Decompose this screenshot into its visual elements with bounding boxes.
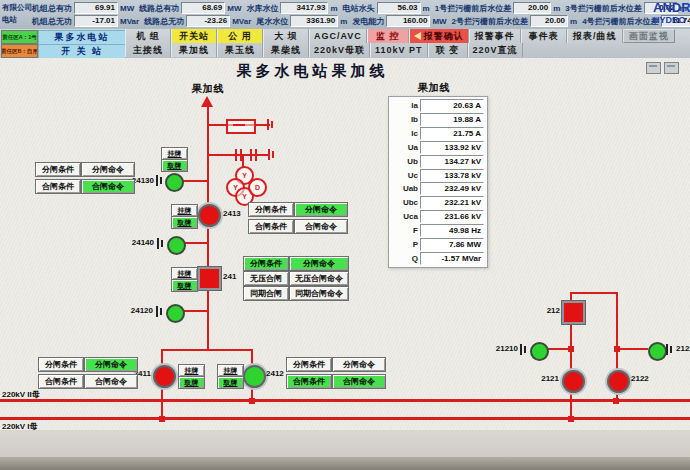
menu-item-main-wiring[interactable]: 主接线 — [125, 43, 171, 57]
panel-row: Ic21.75 A — [392, 127, 484, 141]
breaker-241[interactable] — [198, 267, 221, 290]
busbar-220kv-ii — [0, 399, 690, 402]
line-terminal-icon — [267, 119, 275, 130]
menu-item-alarm-events[interactable]: 报警事件 — [469, 29, 521, 43]
close-command-button[interactable]: 合闸命令 — [81, 179, 135, 194]
top-status-bar: 有限公司 电站 机组总有功69.91MW 线路总有功68.69MW 水库水位34… — [0, 0, 690, 30]
measurement-group: 2号拦污栅前后水位差20.00m — [452, 15, 578, 27]
andritz-logo: ANDRITZ HYDRO — [653, 1, 690, 28]
status-row-1: 机组总有功69.91MW 线路总有功68.69MW 水库水位3417.93m 电… — [32, 2, 687, 14]
scada-screen: 有限公司 电站 机组总有功69.91MW 线路总有功68.69MW 水库水位34… — [0, 0, 690, 470]
panel-value: 231.66 kV — [420, 210, 484, 223]
menu-item-agc-avc[interactable]: AGC/AVC — [309, 29, 367, 43]
device-label-2121: 2121 — [537, 374, 559, 384]
device-label-2412: 2412 — [266, 369, 284, 379]
panel-row: Ia20.63 A — [392, 99, 484, 113]
wire-main-feeder — [207, 107, 209, 350]
device-label-2413: 2413 — [223, 209, 241, 219]
close-command-button[interactable]: 合闸命令 — [294, 219, 348, 234]
menu-item-dam[interactable]: 大 坝 — [263, 29, 309, 43]
capacitor-icon — [255, 149, 257, 161]
bus2-label: 220kV II母 — [2, 389, 40, 400]
value-box: 20.00 — [530, 15, 568, 27]
sync-close-button[interactable]: 同期合闸命令 — [289, 286, 349, 301]
company-line1: 有限公司 — [2, 2, 32, 14]
menu-item-monitor[interactable]: 监 控 — [367, 29, 409, 43]
disconnector-2122[interactable] — [607, 370, 630, 393]
close-condition-label: 合闸条件 — [38, 374, 84, 389]
close-condition-label: 合闸条件 — [35, 179, 81, 194]
open-command-button[interactable]: 分闸命令 — [84, 357, 138, 372]
panel-row: Uab232.49 kV — [392, 182, 484, 196]
device-label-241: 241 — [223, 272, 236, 282]
open-command-button[interactable]: 分闸命令 — [332, 357, 386, 372]
measurement-group: 水库水位3417.93m — [246, 2, 337, 14]
panel-value: 49.98 Hz — [420, 224, 484, 237]
untag-button[interactable]: 取牌 — [171, 216, 198, 229]
disconnector-2121[interactable] — [562, 370, 585, 393]
close-command-button[interactable]: 合闸命令 — [332, 374, 386, 389]
disconnector-24130[interactable] — [165, 173, 184, 192]
value-box: 160.00 — [386, 15, 430, 27]
menu-item-guoyu-line[interactable]: 果玉线 — [217, 43, 263, 57]
measurement-group: 线路总有功68.69MW — [139, 2, 241, 14]
open-command-button[interactable]: 分闸命令 — [289, 256, 349, 271]
novolt-close-label: 无压合闸 — [243, 271, 289, 286]
tab-switchyard[interactable]: 开 关 站 — [38, 44, 126, 59]
taskbar-icon[interactable] — [646, 62, 661, 74]
panel-row: Uca231.66 kV — [392, 210, 484, 224]
panel-value: 21.75 A — [420, 127, 484, 140]
menu-item-common[interactable]: 公 用 — [217, 29, 263, 43]
close-command-button[interactable]: 合闸命令 — [84, 374, 138, 389]
menu-item-switchyard[interactable]: 开关站 — [171, 29, 217, 43]
open-command-button[interactable]: 分闸命令 — [294, 202, 348, 217]
untag-button[interactable]: 取牌 — [217, 376, 244, 389]
open-command-button[interactable]: 分闸命令 — [81, 162, 135, 177]
disconnector-21210[interactable] — [530, 342, 549, 361]
disconnector-2412[interactable] — [243, 365, 266, 388]
device-label-212: 212 — [542, 306, 560, 316]
menu-item-report-curve[interactable]: 报表/曲线 — [567, 29, 623, 43]
breaker-212[interactable] — [562, 301, 585, 324]
company-line2: 电站 — [2, 14, 32, 26]
disconnector-21220[interactable] — [648, 342, 667, 361]
untag-button[interactable]: 取牌 — [161, 159, 188, 172]
novolt-close-button[interactable]: 无压合闸命令 — [289, 271, 349, 286]
earth-terminal-icon — [157, 238, 165, 249]
wire-24130 — [180, 180, 208, 182]
menu-item-bus-tie[interactable]: 220kV母联 — [309, 43, 370, 57]
untag-button[interactable]: 取牌 — [171, 279, 198, 292]
alarm-ack-button[interactable]: 报警确认 — [409, 29, 469, 43]
tab-station[interactable]: 果多水电站 — [38, 30, 126, 45]
page-title: 果多水电站果加线 — [205, 62, 420, 81]
untag-button[interactable]: 取牌 — [178, 376, 205, 389]
menu-item-guochai-line[interactable]: 果柴线 — [263, 43, 309, 57]
menu-item-transformer[interactable]: 联 变 — [428, 43, 468, 57]
panel-value: 133.78 kV — [420, 169, 484, 182]
open-condition-label: 分闸条件 — [35, 162, 81, 177]
value-box: 69.91 — [74, 2, 118, 14]
measurement-group: 尾水水位3361.90m — [256, 15, 347, 27]
responsibility-chip-b: 责任区B：自用 — [1, 44, 38, 58]
menu-item-screen-watch[interactable]: 画面监视 — [623, 29, 675, 43]
measurement-group: 电站水头56.03m — [343, 2, 430, 14]
wire-branch-pt — [208, 154, 270, 156]
device-label-2122: 2122 — [631, 374, 649, 384]
feeder-label: 果加线 — [182, 82, 234, 96]
disconnector-24140[interactable] — [167, 236, 186, 255]
disconnector-2413[interactable] — [198, 204, 221, 227]
menu-item-220v-dc[interactable]: 220V直流 — [468, 43, 523, 57]
measurement-group: 发电能力160.00MW — [352, 15, 446, 27]
menu-item-event-table[interactable]: 事件表 — [521, 29, 567, 43]
menu-item-guojia-line[interactable]: 果加线 — [171, 43, 217, 57]
speaker-icon — [414, 32, 421, 40]
disconnector-24120[interactable] — [166, 304, 185, 323]
menu-item-110kv-pt[interactable]: 110kV PT — [370, 43, 428, 57]
panel-value: 133.92 kV — [420, 141, 484, 154]
value-box: -17.01 — [74, 15, 118, 27]
disconnector-2411[interactable] — [153, 365, 176, 388]
taskbar-icon[interactable] — [664, 62, 679, 74]
menu-item-units[interactable]: 机 组 — [125, 29, 171, 43]
close-condition-label: 合闸条件 — [286, 374, 332, 389]
bottom-strip — [0, 430, 690, 457]
